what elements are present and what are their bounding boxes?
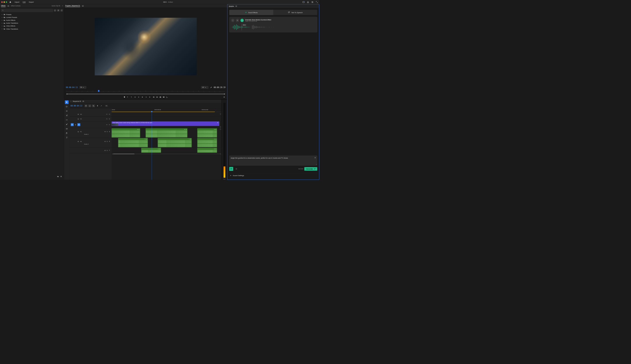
home-icon[interactable] <box>10 1 12 3</box>
playhead-marker[interactable] <box>98 90 99 92</box>
workspace-icon[interactable] <box>302 1 305 3</box>
track-a2[interactable]: ✦fx ♪fx ✦fx <box>112 138 221 148</box>
step-forward-icon[interactable] <box>145 96 147 98</box>
clear-prompt-icon[interactable] <box>314 157 316 158</box>
wrench-icon[interactable] <box>210 86 212 88</box>
audio-clip-3[interactable]: ✦fx <box>197 128 217 138</box>
lock-icon[interactable] <box>77 114 79 115</box>
program-scrollbar[interactable] <box>67 94 225 94</box>
pen-tool[interactable] <box>65 123 69 126</box>
lift-icon[interactable] <box>153 96 155 98</box>
list-mode-button[interactable] <box>234 167 238 171</box>
audio-clip-4[interactable]: ✦fx <box>118 138 148 147</box>
track-a1[interactable]: ✦fx ✦fx ✦fx <box>112 128 221 138</box>
tree-item-audio-effects[interactable]: Audio Effects <box>1 19 63 22</box>
effects-search-input[interactable] <box>5 10 52 12</box>
tree-item-audio-transitions[interactable]: Audio Transitions <box>1 22 63 24</box>
resolution-select[interactable]: 1/2 <box>201 86 208 89</box>
audio-clip-5[interactable]: ♪fx <box>158 138 192 147</box>
video-clip[interactable]: actor-failing-action-scene-during-rehear… <box>112 122 219 126</box>
track-header-a1[interactable]: A1 M S Audio 1 <box>70 128 112 138</box>
maximize-window[interactable] <box>6 1 7 3</box>
track-header-v3[interactable]: V3 <box>70 112 112 116</box>
menu-edit[interactable]: Edit <box>23 1 26 3</box>
lock-icon[interactable] <box>77 118 79 120</box>
compare-icon[interactable] <box>163 96 165 98</box>
timeline-playhead[interactable] <box>152 111 152 180</box>
out-point-icon[interactable] <box>130 96 132 98</box>
wrench-small-icon[interactable] <box>100 105 102 107</box>
download-button[interactable] <box>240 19 244 22</box>
close-sequence[interactable]: × <box>71 100 72 102</box>
menu-export[interactable]: Export <box>29 1 34 3</box>
fullscreen-icon[interactable] <box>316 1 318 3</box>
type-tool[interactable] <box>65 136 69 139</box>
track-v1[interactable]: actor-failing-action-scene-during-rehear… <box>112 121 221 128</box>
audio-clip-7[interactable]: ✦fx <box>141 148 161 153</box>
track-header-a2[interactable]: A2 M S Audio 2 <box>70 138 112 148</box>
menu-import[interactable]: Import <box>15 1 20 3</box>
insert-mode-button[interactable] <box>229 167 233 171</box>
tree-item-video-transitions[interactable]: Video Transitions <box>1 28 63 30</box>
audio-clip-6[interactable]: ✦fx <box>197 138 217 147</box>
caption-badge[interactable]: CC <box>105 105 108 107</box>
minimize-window[interactable] <box>4 1 5 3</box>
sequence-name[interactable]: Sequence 01 <box>73 100 81 102</box>
panel-menu-icon[interactable] <box>83 101 84 102</box>
overflow-indicator[interactable]: » <box>62 5 63 7</box>
extract-icon[interactable] <box>156 96 158 98</box>
eye-icon[interactable] <box>109 118 110 120</box>
lock-icon[interactable] <box>77 140 79 142</box>
track-v3[interactable] <box>112 112 221 116</box>
track-header-a3[interactable]: M S <box>70 148 112 153</box>
goto-out-icon[interactable] <box>149 96 151 98</box>
proxy-icon[interactable] <box>166 96 168 98</box>
target-icon[interactable] <box>106 118 108 120</box>
settings-lines-icon[interactable] <box>311 1 313 3</box>
rectangle-tool[interactable] <box>65 127 69 130</box>
goto-in-icon[interactable] <box>134 96 136 98</box>
generate-button[interactable]: Generate <box>304 167 317 170</box>
program-timecode-left[interactable]: 00:00:04:13 <box>66 86 78 88</box>
marker-icon[interactable] <box>123 96 125 98</box>
mode-sound-effects[interactable]: Soud Effects <box>229 10 273 15</box>
timeline-timecode[interactable]: 00:00:04:13 <box>71 105 83 107</box>
more-menu-button[interactable] <box>231 19 235 22</box>
selection-tool[interactable] <box>65 100 69 104</box>
zoom-fit-select[interactable]: Fit <box>79 86 86 89</box>
mic-icon[interactable] <box>109 131 110 132</box>
mic-icon[interactable] <box>109 150 110 151</box>
in-point-icon[interactable] <box>127 96 129 98</box>
tab-program[interactable]: Program: Sequence 01 <box>65 5 80 7</box>
target-icon[interactable] <box>106 124 108 125</box>
32bit-badge[interactable]: 32 <box>57 9 60 12</box>
target-v1-badge[interactable]: V1 <box>77 123 80 126</box>
play-preview-button[interactable] <box>236 19 239 22</box>
tree-item-lumetri[interactable]: Lumetri Presets <box>1 16 63 19</box>
mode-text-to-speech[interactable]: Text To Speech <box>273 10 317 15</box>
yuv-badge[interactable] <box>61 9 63 12</box>
time-ruler[interactable]: :00:00 00:00:05:00 00:00:10:00 <box>112 109 221 112</box>
hand-tool[interactable] <box>65 132 69 135</box>
lock-icon[interactable] <box>75 124 76 125</box>
audio-clip-8[interactable]: ✦fx <box>197 148 217 153</box>
panel-menu-icon[interactable] <box>8 6 9 6</box>
target-icon[interactable] <box>106 114 108 115</box>
play-icon[interactable] <box>141 96 143 98</box>
meter-solo-labels[interactable]: S S <box>224 178 225 180</box>
panel-menu-icon[interactable] <box>235 6 237 7</box>
new-bin-icon[interactable] <box>57 176 59 178</box>
panel-menu-icon[interactable] <box>82 6 84 6</box>
snap-icon[interactable] <box>88 104 91 107</box>
tab-effects[interactable]: Effects <box>1 5 6 7</box>
tree-item-video-effects[interactable]: Video Effects <box>1 24 63 28</box>
track-header-v1[interactable]: V1 V1 <box>70 121 112 128</box>
step-back-icon[interactable] <box>138 96 139 98</box>
lock-icon[interactable] <box>77 131 79 132</box>
accelerated-badge[interactable] <box>54 9 56 12</box>
track-v2[interactable] <box>112 116 221 121</box>
share-icon[interactable] <box>307 1 309 3</box>
tree-item-presets[interactable]: Presets <box>1 13 63 16</box>
waveform-preview[interactable]: 00:6 <box>231 24 316 30</box>
add-button-icon[interactable] <box>223 96 225 98</box>
